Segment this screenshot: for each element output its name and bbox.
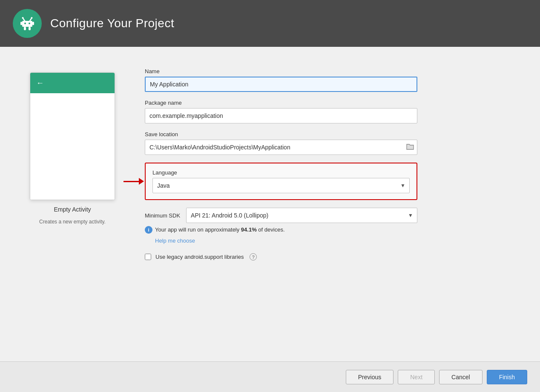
- info-text: Your app will run on approximately 94.1%…: [155, 226, 285, 233]
- svg-point-3: [29, 23, 30, 24]
- min-sdk-select[interactable]: API 21: Android 5.0 (Lollipop) API 22: A…: [186, 208, 417, 223]
- package-name-field-group: Package name: [145, 100, 417, 123]
- save-location-field-group: Save location: [145, 131, 417, 155]
- save-location-input-wrapper: [145, 140, 417, 155]
- info-text-suffix: of devices.: [257, 226, 285, 233]
- legacy-help-icon[interactable]: ?: [250, 253, 257, 260]
- min-sdk-field-group: Minimum SDK API 21: Android 5.0 (Lollipo…: [145, 208, 417, 244]
- next-button[interactable]: Next: [398, 370, 435, 384]
- svg-rect-9: [32, 22, 34, 25]
- legacy-checkbox[interactable]: [145, 254, 151, 260]
- svg-point-7: [31, 17, 33, 19]
- info-text-prefix: Your app will run on approximately: [155, 226, 241, 233]
- language-select[interactable]: Java Kotlin: [152, 178, 410, 193]
- min-sdk-label: Minimum SDK: [145, 212, 180, 219]
- activity-label: Empty Activity: [54, 206, 91, 213]
- arrow-annotation: [124, 178, 144, 185]
- svg-rect-1: [22, 21, 32, 27]
- back-arrow-icon: ←: [36, 79, 44, 88]
- finish-button[interactable]: Finish: [487, 370, 527, 384]
- info-percentage: 94.1%: [241, 226, 257, 233]
- arrow-head: [139, 178, 144, 185]
- name-input[interactable]: [145, 77, 417, 92]
- package-name-input[interactable]: [145, 108, 417, 123]
- phone-toolbar: ←: [30, 73, 115, 93]
- cancel-button[interactable]: Cancel: [439, 370, 483, 384]
- form-panel: Name Package name Save location: [145, 64, 417, 260]
- legacy-checkbox-label[interactable]: Use legacy android.support libraries: [155, 254, 244, 260]
- phone-mockup: ←: [30, 72, 115, 200]
- package-name-label: Package name: [145, 100, 417, 106]
- language-section: Language Java Kotlin ▼: [145, 163, 417, 200]
- language-field-group: Language Java Kotlin ▼: [152, 169, 410, 193]
- legacy-checkbox-row: Use legacy android.support libraries ?: [145, 253, 417, 260]
- svg-point-6: [22, 17, 24, 19]
- svg-rect-8: [20, 22, 22, 25]
- svg-rect-11: [29, 27, 31, 30]
- language-select-wrapper: Java Kotlin ▼: [152, 178, 410, 193]
- android-logo: [13, 9, 42, 38]
- min-sdk-select-wrapper: API 21: Android 5.0 (Lollipop) API 22: A…: [186, 208, 417, 223]
- phone-body: [30, 93, 115, 200]
- footer: Previous Next Cancel Finish: [0, 361, 540, 392]
- svg-rect-10: [24, 27, 26, 30]
- main-content: ← Empty Activity Creates a new empty act…: [0, 47, 540, 361]
- svg-point-2: [24, 23, 26, 24]
- name-label: Name: [145, 68, 417, 74]
- page-title: Configure Your Project: [50, 17, 174, 30]
- arrow-shaft: [124, 181, 139, 182]
- activity-description: Creates a new empty activity.: [39, 219, 106, 225]
- save-location-label: Save location: [145, 131, 417, 137]
- language-label: Language: [152, 169, 410, 176]
- save-location-input[interactable]: [145, 140, 417, 155]
- left-panel: ← Empty Activity Creates a new empty act…: [26, 72, 119, 225]
- info-icon: i: [145, 226, 152, 234]
- previous-button[interactable]: Previous: [346, 370, 394, 384]
- min-sdk-row: Minimum SDK API 21: Android 5.0 (Lollipo…: [145, 208, 417, 223]
- header: Configure Your Project: [0, 0, 540, 47]
- info-row: i Your app will run on approximately 94.…: [145, 226, 417, 234]
- name-field-group: Name: [145, 68, 417, 92]
- language-section-wrapper: Language Java Kotlin ▼: [145, 163, 417, 200]
- help-me-choose-link[interactable]: Help me choose: [155, 237, 417, 244]
